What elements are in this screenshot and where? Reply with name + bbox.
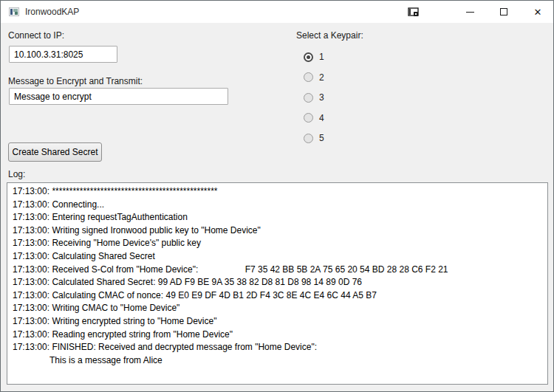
log-line: 17:13:00: Received S-Col from "Home Devi…: [13, 264, 547, 277]
log-line: 17:13:00: Receiving "Home Device's" publ…: [13, 237, 547, 250]
log-line: This is a message from Alice: [13, 354, 547, 368]
log-line: 17:13:00: Calculating CMAC of nonce: 49 …: [13, 289, 547, 303]
radio-label: 5: [319, 133, 324, 143]
keypair-radio-5[interactable]: 5: [304, 131, 324, 145]
keypair-label: Select a Keypair:: [296, 30, 363, 41]
log-line: 17:13:00: Reading encrypted string from …: [13, 329, 547, 342]
title-bar[interactable]: IronwoodKAP ✕: [1, 1, 553, 23]
keypair-radio-1[interactable]: 1: [304, 49, 324, 64]
log-line: 17:13:00: Writing CMAC to "Home Device": [13, 302, 547, 315]
radio-circle-icon[interactable]: [304, 72, 313, 82]
log-line: 17:13:00: Calculated Shared Secret: 99 A…: [13, 276, 547, 289]
close-icon: ✕: [534, 7, 542, 17]
maximize-button[interactable]: [487, 1, 521, 23]
ime-keyboard-icon: [408, 7, 420, 18]
radio-label: 4: [319, 113, 324, 123]
radio-label: 1: [319, 52, 324, 62]
close-button[interactable]: ✕: [521, 1, 554, 23]
log-line: 17:13:00: Calculating Shared Secret: [13, 250, 547, 264]
radio-circle-icon[interactable]: [304, 113, 313, 123]
log-line: 17:13:00: FINISHED: Received and decrypt…: [13, 341, 547, 354]
radio-label: 3: [319, 92, 324, 103]
keypair-radio-3[interactable]: 3: [304, 90, 324, 105]
maximize-icon: [500, 8, 507, 16]
radio-circle-icon[interactable]: [304, 134, 313, 143]
radio-label: 2: [319, 72, 324, 83]
log-label: Log:: [8, 169, 25, 179]
log-line: 17:13:00: Writing signed Ironwood public…: [13, 224, 547, 238]
keypair-radio-group: 12345: [304, 49, 324, 151]
keypair-radio-2[interactable]: 2: [304, 70, 324, 85]
minimize-button[interactable]: [453, 1, 487, 23]
app-window: IronwoodKAP ✕ Connect to IP: Message to …: [0, 0, 554, 392]
connect-ip-label: Connect to IP:: [8, 30, 64, 41]
create-shared-secret-button[interactable]: Create Shared Secret: [8, 142, 102, 162]
log-line: 17:13:00: Entering requestTagAuthenticat…: [13, 211, 547, 224]
keypair-radio-4[interactable]: 4: [304, 111, 324, 125]
log-line: 17:13:00: Connecting...: [13, 199, 547, 212]
window-title: IronwoodKAP: [25, 7, 79, 17]
radio-circle-icon[interactable]: [304, 52, 313, 62]
message-label: Message to Encrypt and Transmit:: [8, 76, 143, 86]
ip-input[interactable]: [9, 46, 117, 63]
log-line: 17:13:00: Writing encrypted string to "H…: [13, 315, 547, 329]
minimize-icon: [466, 12, 474, 13]
message-input[interactable]: [9, 88, 228, 105]
app-icon: [8, 6, 20, 18]
log-output[interactable]: 17:13:00: ******************************…: [7, 182, 548, 385]
radio-circle-icon[interactable]: [304, 93, 313, 103]
log-line: 17:13:00: ******************************…: [13, 185, 547, 199]
